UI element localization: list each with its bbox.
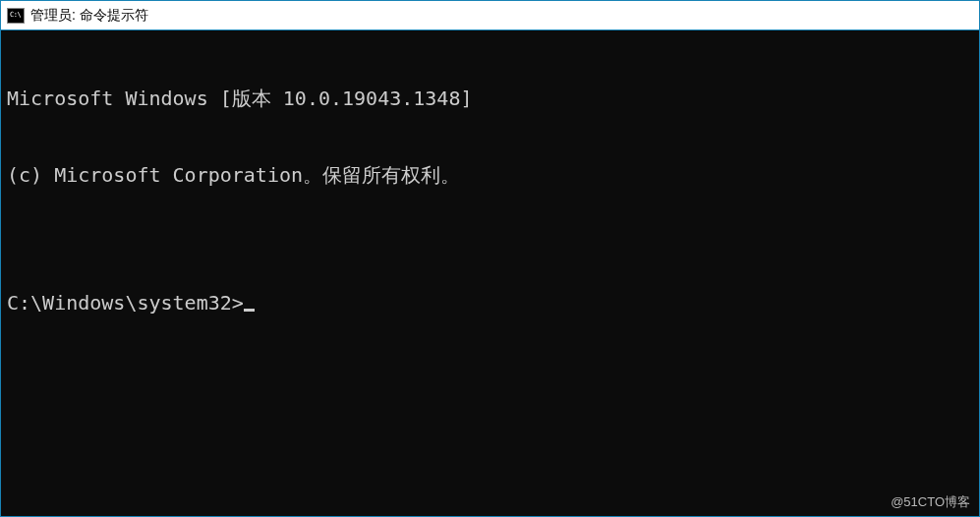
cmd-icon: C:\ <box>7 8 25 24</box>
cmd-icon-label: C:\ <box>10 12 21 19</box>
cursor-icon <box>244 309 255 312</box>
window-title: 管理员: 命令提示符 <box>30 7 148 25</box>
title-bar[interactable]: C:\ 管理员: 命令提示符 <box>1 1 979 30</box>
cmd-window: C:\ 管理员: 命令提示符 Microsoft Windows [版本 10.… <box>0 0 980 517</box>
terminal-area[interactable]: Microsoft Windows [版本 10.0.19043.1348] (… <box>1 30 979 516</box>
watermark-text: @51CTO博客 <box>891 493 970 511</box>
terminal-output-line: Microsoft Windows [版本 10.0.19043.1348] <box>7 86 977 111</box>
terminal-prompt-line: C:\Windows\system32> <box>7 290 977 316</box>
terminal-output-line: (c) Microsoft Corporation。保留所有权利。 <box>7 162 977 188</box>
terminal-prompt: C:\Windows\system32> <box>7 290 244 316</box>
